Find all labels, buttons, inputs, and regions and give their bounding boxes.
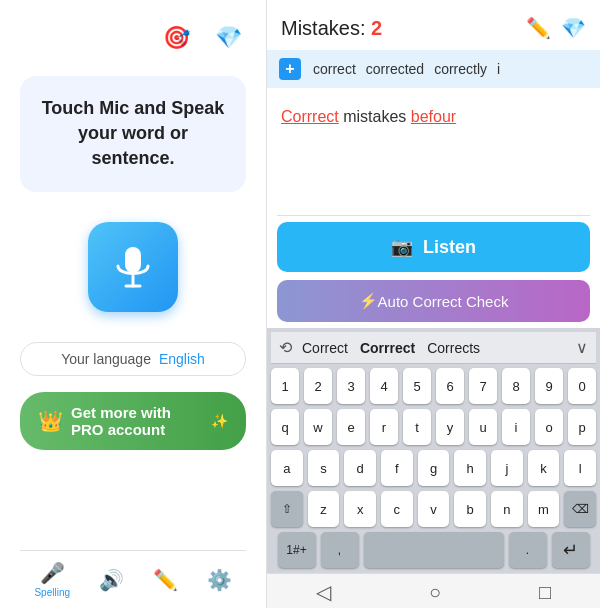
- key-1[interactable]: 1: [271, 368, 299, 404]
- key-6[interactable]: 6: [436, 368, 464, 404]
- space-key[interactable]: [364, 532, 504, 568]
- keyboard-area: ⟲ Correct Corrrect Corrects ∨ 1 2 3 4 5 …: [267, 328, 600, 573]
- key-g[interactable]: g: [418, 450, 450, 486]
- pro-banner[interactable]: 👑 Get more with PRO account ✨: [20, 392, 246, 450]
- key-row-zxcv: ⇧ z x c v b n m ⌫: [271, 491, 596, 527]
- spelling-label: Spelling: [34, 587, 70, 598]
- suggestion-correctly[interactable]: correctly: [434, 61, 487, 77]
- chevron-down-icon[interactable]: ∨: [576, 338, 588, 357]
- key-o[interactable]: o: [535, 409, 563, 445]
- key-w[interactable]: w: [304, 409, 332, 445]
- period-key[interactable]: .: [509, 532, 547, 568]
- key-4[interactable]: 4: [370, 368, 398, 404]
- listen-button[interactable]: 📷 Listen: [277, 222, 590, 272]
- key-k[interactable]: k: [528, 450, 560, 486]
- key-h[interactable]: h: [454, 450, 486, 486]
- key-l[interactable]: l: [564, 450, 596, 486]
- mistakes-title: Mistakes: 2: [281, 17, 382, 40]
- diamond-icon[interactable]: 💎: [210, 20, 246, 56]
- pro-text: Get more with PRO account: [71, 404, 203, 438]
- comma-key[interactable]: ,: [321, 532, 359, 568]
- number-key[interactable]: 1#+: [278, 532, 316, 568]
- svg-rect-0: [125, 247, 141, 273]
- pencil-icon: ✏️: [153, 568, 178, 592]
- autocorrect-bar: ⟲ Correct Corrrect Corrects ∨: [271, 332, 596, 364]
- key-i[interactable]: i: [502, 409, 530, 445]
- backspace-key[interactable]: ⌫: [564, 491, 596, 527]
- key-r[interactable]: r: [370, 409, 398, 445]
- key-p[interactable]: p: [568, 409, 596, 445]
- keyboard-rows: 1 2 3 4 5 6 7 8 9 0 q w e r t y: [271, 364, 596, 568]
- key-row-asdf: a s d f g h j k l: [271, 450, 596, 486]
- volume-toolbar-item[interactable]: 🔊: [99, 568, 124, 592]
- suggestion-corrected[interactable]: corrected: [366, 61, 424, 77]
- error-word-corrrect[interactable]: Corrrect: [281, 108, 339, 125]
- shift-key[interactable]: ⇧: [271, 491, 303, 527]
- back-nav-icon[interactable]: ◁: [316, 580, 331, 604]
- key-u[interactable]: u: [469, 409, 497, 445]
- key-b[interactable]: b: [454, 491, 486, 527]
- key-a[interactable]: a: [271, 450, 303, 486]
- microphone-icon: 🎤: [40, 561, 65, 585]
- mic-button[interactable]: [88, 222, 178, 312]
- crown-icon: 👑: [38, 409, 63, 433]
- text-line-1: Corrrect mistakes befour: [281, 104, 586, 130]
- action-label: Auto Correct Check: [378, 293, 509, 310]
- language-value[interactable]: English: [159, 351, 205, 367]
- key-d[interactable]: d: [344, 450, 376, 486]
- key-t[interactable]: t: [403, 409, 431, 445]
- instruction-box: Touch Mic and Speak your word or sentenc…: [20, 76, 246, 192]
- recent-nav-icon[interactable]: □: [539, 581, 551, 604]
- right-panel: Mistakes: 2 ✏️ 💎 + correct corrected cor…: [267, 0, 600, 608]
- instruction-text: Touch Mic and Speak your word or sentenc…: [42, 98, 225, 168]
- home-nav-icon[interactable]: ○: [429, 581, 441, 604]
- key-j[interactable]: j: [491, 450, 523, 486]
- key-3[interactable]: 3: [337, 368, 365, 404]
- key-9[interactable]: 9: [535, 368, 563, 404]
- listen-icon: 📷: [391, 236, 413, 258]
- action-button[interactable]: ⚡ Auto Correct Check: [277, 280, 590, 322]
- edit-toolbar-item[interactable]: ✏️: [153, 568, 178, 592]
- key-7[interactable]: 7: [469, 368, 497, 404]
- key-s[interactable]: s: [308, 450, 340, 486]
- key-y[interactable]: y: [436, 409, 464, 445]
- edit-icon[interactable]: ✏️: [526, 16, 551, 40]
- error-word-befour[interactable]: befour: [411, 108, 456, 125]
- text-area: Corrrect mistakes befour: [267, 96, 600, 215]
- header-icons: ✏️ 💎: [526, 16, 586, 40]
- key-z[interactable]: z: [308, 491, 340, 527]
- ac-word-correct[interactable]: Correct: [302, 340, 348, 356]
- ac-word-corrrect[interactable]: Corrrect: [360, 340, 415, 356]
- spelling-toolbar-item[interactable]: 🎤 Spelling: [34, 561, 70, 598]
- autocorrect-words: Correct Corrrect Corrects: [302, 340, 576, 356]
- key-q[interactable]: q: [271, 409, 299, 445]
- listen-label: Listen: [423, 237, 476, 258]
- key-m[interactable]: m: [528, 491, 560, 527]
- key-0[interactable]: 0: [568, 368, 596, 404]
- key-8[interactable]: 8: [502, 368, 530, 404]
- divider: [277, 215, 590, 216]
- suggestion-i[interactable]: i: [497, 61, 500, 77]
- suggestion-words: correct corrected correctly i: [313, 61, 500, 77]
- key-c[interactable]: c: [381, 491, 413, 527]
- key-2[interactable]: 2: [304, 368, 332, 404]
- top-icons: 🎯 💎: [158, 20, 246, 56]
- key-f[interactable]: f: [381, 450, 413, 486]
- return-key[interactable]: ↵: [552, 532, 590, 568]
- star-icon: ✨: [211, 413, 228, 429]
- suggestion-correct[interactable]: correct: [313, 61, 356, 77]
- key-row-qwerty: q w e r t y u i o p: [271, 409, 596, 445]
- key-x[interactable]: x: [344, 491, 376, 527]
- target-icon[interactable]: 🎯: [158, 20, 194, 56]
- bottom-nav: ◁ ○ □: [267, 573, 600, 608]
- plus-button[interactable]: +: [279, 58, 301, 80]
- key-v[interactable]: v: [418, 491, 450, 527]
- key-e[interactable]: e: [337, 409, 365, 445]
- ac-word-corrects[interactable]: Corrects: [427, 340, 480, 356]
- text-normal-mistakes: mistakes: [343, 108, 411, 125]
- key-5[interactable]: 5: [403, 368, 431, 404]
- settings-toolbar-item[interactable]: ⚙️: [207, 568, 232, 592]
- key-row-bottom: 1#+ , . ↵: [271, 532, 596, 568]
- key-n[interactable]: n: [491, 491, 523, 527]
- diamond-header-icon[interactable]: 💎: [561, 16, 586, 40]
